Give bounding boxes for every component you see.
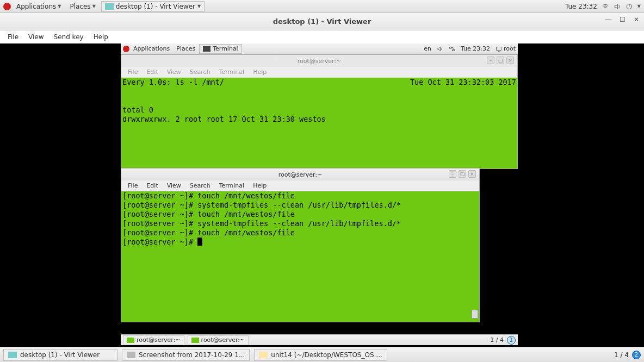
terminal-line: [root@server ~]# systemd-tmpfiles --clea… — [122, 219, 478, 228]
guest-bottom-right: 1 / 4 1 — [490, 336, 516, 345]
maximize-button[interactable]: □ — [497, 57, 504, 64]
guest-top-left: Applications Places Terminal — [123, 44, 242, 54]
host-top-right: Tue 23:32 ▼ — [565, 3, 641, 10]
menu-search[interactable]: Search — [185, 182, 215, 190]
taskbar-item[interactable]: Screenshot from 2017-10-29 1... — [122, 349, 250, 361]
terminal-titlebar[interactable]: root@server:~ – □ × — [121, 168, 479, 180]
terminal-titlebar[interactable]: root@server:~ – □ × — [121, 55, 517, 67]
terminal-prompt: [root@server ~]# — [122, 238, 197, 246]
terminal-title: root@server:~ — [278, 171, 323, 178]
taskbar-item[interactable]: desktop (1) - Virt Viewer — [3, 349, 117, 361]
applications-label: Applications — [16, 3, 56, 10]
notification-badge[interactable]: 2 — [632, 351, 641, 359]
terminal-window-watch[interactable]: root@server:~ – □ × File Edit View Searc… — [121, 54, 518, 169]
viewer-menubar: File View Send key Help — [0, 30, 644, 43]
watch-command: Every 1.0s: ls -l /mnt/ — [122, 78, 224, 87]
menu-edit[interactable]: Edit — [142, 182, 162, 190]
menu-help[interactable]: Help — [89, 32, 113, 42]
close-button[interactable]: × — [468, 170, 476, 178]
close-button[interactable]: ✕ — [632, 15, 641, 24]
menu-terminal[interactable]: Terminal — [215, 182, 249, 190]
minimize-button[interactable]: – — [449, 170, 456, 178]
menu-terminal[interactable]: Terminal — [215, 68, 249, 76]
guest-task-label: Terminal — [213, 45, 238, 52]
terminal-line: [root@server ~]# touch /mnt/westos/file — [122, 191, 478, 201]
guest-user-menu[interactable]: root — [496, 45, 516, 52]
menu-search[interactable]: Search — [185, 68, 215, 76]
window-thumb-icon — [191, 338, 199, 343]
terminal-line: [root@server ~]# touch /mnt/westos/file — [122, 228, 478, 238]
close-button[interactable]: × — [506, 57, 514, 64]
guest-top-panel: Applications Places Terminal en Tue 23:3… — [121, 43, 518, 54]
notification-badge[interactable]: 1 — [507, 336, 516, 345]
terminal-line: total 0 — [122, 105, 153, 114]
menu-file[interactable]: File — [123, 182, 142, 190]
menu-help[interactable]: Help — [249, 68, 271, 76]
terminal-output[interactable]: [root@server ~]# touch /mnt/westos/file[… — [121, 191, 479, 322]
guest-top-right: en Tue 23:32 root — [424, 45, 516, 52]
virt-viewer-window: desktop (1) - Virt Viewer — ☐ ✕ File Vie… — [0, 13, 644, 347]
terminal-line: [root@server ~]# systemd-tmpfiles --clea… — [122, 201, 478, 210]
scrollbar-thumb[interactable] — [472, 310, 478, 319]
terminal-title: root@server:~ — [298, 58, 342, 65]
terminal-window-controls: – □ × — [449, 170, 476, 178]
taskbar-item-label: root@server:~ — [137, 336, 181, 344]
window-thumb-icon — [127, 338, 134, 343]
applications-menu[interactable]: Applications ▼ — [13, 3, 64, 10]
volume-icon[interactable] — [614, 3, 621, 10]
svg-rect-1 — [449, 47, 451, 48]
power-icon[interactable] — [626, 3, 633, 10]
menu-view[interactable]: View — [163, 68, 185, 76]
guest-applications-menu[interactable]: Applications — [131, 45, 172, 52]
host-bottom-right: 1 / 4 2 — [614, 351, 641, 359]
terminal-line: drwxrwxrwx. 2 root root 17 Oct 31 23:30 … — [122, 115, 326, 123]
taskbar-item-label: Screenshot from 2017-10-29 1... — [139, 351, 245, 359]
host-top-panel: Applications ▼ Places ▼ desktop (1) - Vi… — [0, 0, 644, 13]
terminal-menubar: File Edit View Search Terminal Help — [121, 67, 517, 78]
clock-label[interactable]: Tue 23:32 — [565, 3, 597, 10]
terminal-line: [root@server ~]# touch /mnt/westos/file — [122, 210, 478, 219]
terminal-prompt-line: [root@server ~]# — [122, 238, 478, 247]
taskbar-item[interactable]: unit14 (~/Desktop/WESTOS_OS.... — [254, 349, 387, 361]
image-thumb-icon — [127, 352, 135, 358]
terminal-cursor — [197, 238, 202, 246]
terminal-window-controls: – □ × — [487, 57, 514, 64]
volume-icon[interactable] — [437, 46, 443, 52]
chevron-down-icon: ▼ — [637, 4, 641, 9]
window-list-item[interactable]: desktop (1) - Virt Viewer ▼ — [101, 1, 205, 12]
document-thumb-icon — [259, 352, 268, 358]
distro-logo-icon — [123, 46, 129, 52]
menu-view[interactable]: View — [163, 182, 185, 190]
workspace-indicator[interactable]: 1 / 4 — [614, 351, 629, 359]
menu-file[interactable]: File — [123, 68, 142, 76]
places-menu[interactable]: Places ▼ — [66, 3, 98, 10]
minimize-button[interactable]: — — [604, 15, 612, 24]
minimize-button[interactable]: – — [487, 57, 494, 64]
menu-view[interactable]: View — [24, 32, 48, 42]
menu-edit[interactable]: Edit — [142, 68, 162, 76]
vm-display[interactable]: Applications Places Terminal en Tue 23:3… — [0, 43, 644, 347]
terminal-menubar: File Edit View Search Terminal Help — [121, 180, 479, 191]
terminal-output[interactable]: Every 1.0s: ls -l /mnt/Tue Oct 31 23:32:… — [121, 78, 517, 168]
menu-file[interactable]: File — [3, 32, 23, 42]
chevron-down-icon: ▼ — [58, 4, 61, 9]
taskbar-item[interactable]: root@server:~ — [123, 335, 184, 345]
workspace-indicator[interactable]: 1 / 4 — [490, 336, 504, 344]
taskbar-item[interactable]: root@server:~ — [188, 335, 249, 345]
display-icon — [496, 46, 502, 52]
guest-places-menu[interactable]: Places — [174, 45, 198, 52]
network-icon[interactable] — [449, 46, 455, 52]
guest-user-label: root — [504, 45, 516, 52]
guest-window-list-item[interactable]: Terminal — [199, 44, 242, 54]
menu-sendkey[interactable]: Send key — [49, 32, 88, 42]
wifi-icon[interactable] — [602, 3, 609, 10]
host-top-left: Applications ▼ Places ▼ desktop (1) - Vi… — [3, 1, 205, 12]
maximize-button[interactable]: ☐ — [618, 15, 627, 24]
terminal-window-main[interactable]: root@server:~ – □ × File Edit View Searc… — [121, 168, 480, 322]
maximize-button[interactable]: □ — [459, 170, 466, 178]
menu-help[interactable]: Help — [249, 182, 271, 190]
guest-clock-label[interactable]: Tue 23:32 — [461, 45, 490, 52]
guest-bottom-panel: root@server:~ root@server:~ 1 / 4 1 — [121, 334, 518, 345]
input-lang-indicator[interactable]: en — [424, 45, 431, 52]
places-label: Places — [70, 3, 90, 10]
